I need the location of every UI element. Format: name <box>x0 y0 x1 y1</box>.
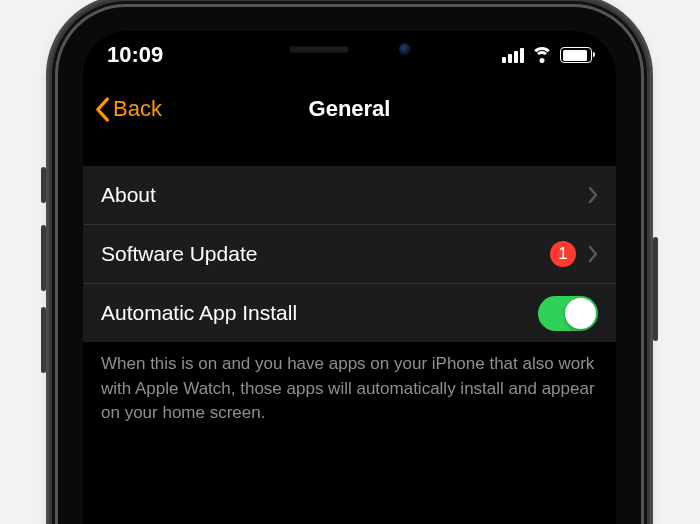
chevron-right-icon <box>588 186 598 204</box>
hw-volume-up <box>41 225 46 291</box>
row-label: Software Update <box>101 242 550 266</box>
row-label: Automatic App Install <box>101 301 538 325</box>
row-automatic-app-install: Automatic App Install <box>83 284 616 342</box>
hw-volume-down <box>41 307 46 373</box>
front-camera <box>399 43 411 55</box>
hw-side-button <box>653 237 658 341</box>
content: About Software Update 1 Automatic App In… <box>83 166 616 426</box>
status-time: 10:09 <box>107 42 163 68</box>
notification-badge: 1 <box>550 241 576 267</box>
chevron-left-icon <box>93 97 111 122</box>
chevron-right-icon <box>588 245 598 263</box>
back-button[interactable]: Back <box>93 96 162 122</box>
group-footer-text: When this is on and you have apps on you… <box>83 342 616 426</box>
row-software-update[interactable]: Software Update 1 <box>83 225 616 284</box>
speaker-grille <box>289 46 349 53</box>
notch <box>235 31 465 67</box>
page-title: General <box>309 96 391 122</box>
row-about[interactable]: About <box>83 166 616 225</box>
cellular-icon <box>502 48 524 63</box>
screen: 10:09 Back General About <box>83 31 616 524</box>
hw-switch <box>41 167 46 203</box>
wifi-icon <box>531 47 553 63</box>
settings-group: About Software Update 1 Automatic App In… <box>83 166 616 342</box>
battery-icon <box>560 47 592 63</box>
row-label: About <box>101 183 588 207</box>
back-label: Back <box>113 96 162 122</box>
device-frame: 10:09 Back General About <box>58 7 641 524</box>
toggle-switch-on[interactable] <box>538 296 598 331</box>
nav-bar: Back General <box>83 83 616 135</box>
